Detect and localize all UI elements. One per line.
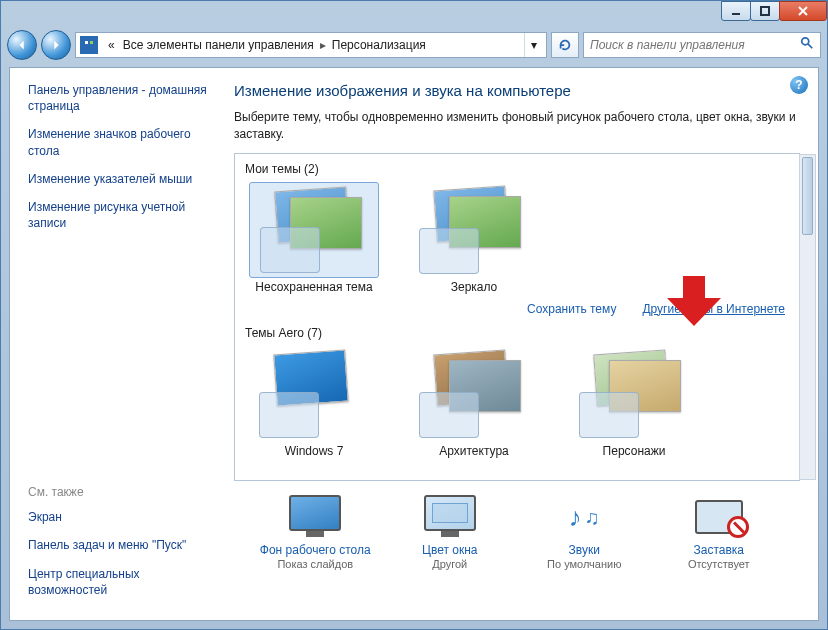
breadcrumb-root[interactable]: Все элементы панели управления [119,38,318,52]
maximize-button[interactable] [750,1,780,21]
theme-label: Несохраненная тема [249,280,379,294]
aero-themes-row: Windows 7 Архитектура Персонажи [243,346,791,458]
sidebar-home[interactable]: Панель управления - домашняя страница [28,82,208,114]
address-bar[interactable]: « Все элементы панели управления ▸ Персо… [75,32,547,58]
svg-rect-1 [761,7,769,15]
sounds-button[interactable]: ♪♫ Звуки По умолчанию [519,495,649,570]
sounds-icon: ♪♫ [556,495,612,539]
setting-sub: Другой [385,558,515,570]
window-frame: « Все элементы панели управления ▸ Персо… [0,0,828,630]
my-themes-row: Несохраненная тема Зеркало [243,182,791,294]
search-icon [800,36,814,54]
svg-point-5 [802,38,809,45]
theme-thumbnail [249,182,379,278]
page-title: Изменение изображения и звука на компьют… [234,82,800,99]
control-panel-icon [80,36,98,54]
theme-label: Архитектура [409,444,539,458]
theme-thumbnail [409,182,539,278]
caption-buttons [722,1,827,21]
theme-label: Персонажи [569,444,699,458]
svg-rect-4 [90,41,93,44]
window-color-icon [422,495,478,539]
main-pane: ? Изменение изображения и звука на компь… [220,68,818,620]
sidebar-item-account-picture[interactable]: Изменение рисунка учетной записи [28,199,208,231]
theme-thumbnail [249,346,379,442]
page-description: Выберите тему, чтобы одновременно измени… [234,109,800,143]
titlebar [1,1,827,27]
settings-row: Фон рабочего стола Показ слайдов Цвет ок… [234,495,800,570]
sidebar-item-mouse-pointers[interactable]: Изменение указателей мыши [28,171,208,187]
setting-sub: По умолчанию [519,558,649,570]
theme-link-row: Сохранить тему Другие темы в Интернете [243,302,785,316]
disabled-icon [727,516,749,538]
close-button[interactable] [779,1,827,21]
my-themes-header: Мои темы (2) [245,162,791,176]
theme-item[interactable]: Архитектура [409,346,539,458]
address-dropdown[interactable]: ▾ [524,33,542,57]
scroll-thumb[interactable] [802,157,813,235]
window-color-button[interactable]: Цвет окна Другой [385,495,515,570]
setting-sub: Отсутствует [654,558,784,570]
theme-item[interactable]: Персонажи [569,346,699,458]
see-also-display[interactable]: Экран [28,509,208,525]
setting-label: Цвет окна [385,543,515,557]
nav-row: « Все элементы панели управления ▸ Персо… [1,27,827,63]
svg-rect-2 [83,39,95,51]
theme-thumbnail [569,346,699,442]
save-theme-link[interactable]: Сохранить тему [527,302,616,316]
desktop-background-button[interactable]: Фон рабочего стола Показ слайдов [250,495,380,570]
see-also-ease-of-access[interactable]: Центр специальных возможностей [28,566,208,598]
more-themes-link[interactable]: Другие темы в Интернете [642,302,785,316]
scrollbar[interactable] [799,154,816,480]
chevron-right-icon: ▸ [318,38,328,52]
breadcrumb-prefix: « [104,38,119,52]
sidebar-item-desktop-icons[interactable]: Изменение значков рабочего стола [28,126,208,158]
svg-rect-3 [85,41,88,44]
forward-button[interactable] [41,30,71,60]
breadcrumb-current[interactable]: Персонализация [328,38,430,52]
refresh-button[interactable] [551,32,579,58]
theme-item[interactable]: Windows 7 [249,346,379,458]
screensaver-icon [691,495,747,539]
screensaver-button[interactable]: Заставка Отсутствует [654,495,784,570]
help-icon[interactable]: ? [790,76,808,94]
setting-label: Заставка [654,543,784,557]
content-area: Панель управления - домашняя страница Из… [9,67,819,621]
monitor-icon [287,495,343,539]
minimize-button[interactable] [721,1,751,21]
setting-label: Фон рабочего стола [250,543,380,557]
svg-rect-0 [732,13,740,15]
see-also-taskbar[interactable]: Панель задач и меню "Пуск" [28,537,208,553]
theme-label: Зеркало [409,280,539,294]
themes-listbox: Мои темы (2) Несохраненная тема Зеркало … [234,153,800,481]
theme-item[interactable]: Зеркало [409,182,539,294]
theme-item[interactable]: Несохраненная тема [249,182,379,294]
theme-thumbnail [409,346,539,442]
setting-label: Звуки [519,543,649,557]
search-box[interactable] [583,32,821,58]
aero-themes-header: Темы Aero (7) [245,326,791,340]
theme-label: Windows 7 [249,444,379,458]
see-also-header: См. также [28,485,208,499]
setting-sub: Показ слайдов [250,558,380,570]
search-input[interactable] [590,38,800,52]
back-button[interactable] [7,30,37,60]
sidebar: Панель управления - домашняя страница Из… [10,68,220,620]
